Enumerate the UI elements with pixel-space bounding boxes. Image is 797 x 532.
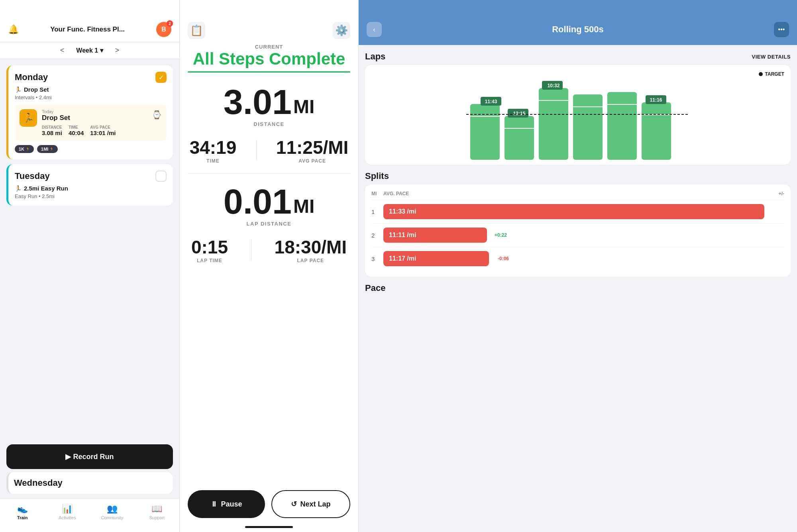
next-lap-button[interactable]: ↺ Next Lap	[271, 490, 350, 518]
monday-card: Monday ✓ 🏃 Drop Set Intervals • 2.4mi 🏃 …	[6, 65, 173, 159]
plan-content: Monday ✓ 🏃 Drop Set Intervals • 2.4mi 🏃 …	[0, 59, 179, 444]
progress-bar	[188, 71, 350, 73]
current-label: CURRENT	[180, 44, 358, 50]
stat-distance: DISTANCE 3.08 mi	[42, 125, 62, 136]
split-pace-bar-1: 11:33 /mi	[383, 204, 764, 219]
activities-nav-icon: 📊	[62, 504, 73, 514]
back-button[interactable]: ‹	[367, 22, 382, 37]
split-mi-2: 2	[371, 232, 383, 239]
stat-pace-label: AVG PACE	[90, 125, 116, 130]
tuesday-workout-row: 🏃 2.5mi Easy Run	[15, 185, 167, 192]
run-icon: 🏃	[15, 86, 22, 93]
split-mi-1: 1	[371, 208, 383, 215]
distance-label: DISTANCE	[180, 121, 358, 127]
time-pace-metrics: 34:19 TIME 11:25/MI AVG PACE	[180, 137, 358, 164]
week-navigation: < Week 1 ▾ >	[0, 42, 179, 59]
more-options-button[interactable]: •••	[774, 22, 789, 37]
panel-run-tracking: 📋 ⚙️ CURRENT All Steps Complete 3.01 MI …	[179, 0, 359, 532]
target-label: TARGET	[765, 71, 784, 77]
avatar-badge[interactable]: B 2	[156, 22, 171, 37]
nav-item-activities[interactable]: 📊 Activities	[53, 504, 81, 520]
nav-item-train[interactable]: 👟 Train	[8, 504, 36, 520]
lap-distance-metric: 0.01 MI	[180, 184, 358, 219]
svg-text:11:43: 11:43	[485, 99, 497, 104]
monday-checkbox[interactable]: ✓	[155, 72, 167, 83]
view-details-link[interactable]: VIEW DETAILS	[752, 54, 791, 60]
svg-rect-1	[470, 116, 500, 117]
lap-distance-value-display: 0.01 MI	[180, 184, 358, 219]
svg-rect-16	[642, 102, 671, 160]
tuesday-checkbox[interactable]	[155, 171, 167, 182]
all-steps-complete-title: All Steps Complete	[180, 50, 358, 68]
panel-training: 🔔 Your Func. Fitness Pl... B 2 < Week 1 …	[0, 0, 179, 532]
avg-pace-metric: 11:25/MI AVG PACE	[276, 137, 349, 164]
next-week-button[interactable]: >	[115, 46, 120, 55]
train-nav-icon: 👟	[17, 504, 28, 514]
split-diff-2: +0:22	[487, 232, 507, 238]
svg-rect-13	[573, 106, 603, 107]
panel3-header: ‹ Rolling 500s •••	[359, 0, 797, 45]
prev-week-button[interactable]: <	[60, 46, 65, 55]
svg-rect-12	[573, 94, 603, 160]
lap-time-pace-metrics: 0:15 LAP TIME 18:30/MI LAP PACE	[180, 236, 358, 263]
split-mi-3: 3	[371, 255, 383, 262]
svg-text:11:16: 11:16	[650, 97, 662, 103]
home-indicator	[245, 526, 293, 528]
tuesday-card: Tuesday 🏃 2.5mi Easy Run Easy Run • 2.5m…	[6, 164, 173, 206]
col-header-diff: +/-	[764, 191, 784, 196]
pause-button[interactable]: ⏸ Pause	[188, 490, 265, 518]
more-icon: •••	[778, 26, 785, 33]
badge-1mi: 1MI 🏃	[37, 145, 58, 153]
monday-workout-name: Drop Set	[24, 86, 49, 93]
clipboard-icon[interactable]: 📋	[188, 22, 205, 39]
bell-icon[interactable]: 🔔	[8, 24, 19, 35]
stat-pace-value: 13:01 /mi	[90, 130, 116, 136]
tuesday-header: Tuesday	[15, 171, 167, 182]
record-run-button[interactable]: ▶ Record Run	[6, 444, 173, 469]
plan-title: Your Func. Fitness Pl...	[19, 26, 156, 33]
svg-rect-15	[607, 104, 637, 105]
tuesday-day-name: Tuesday	[15, 171, 50, 181]
col-header-mi: MI	[371, 191, 383, 196]
section-divider	[188, 173, 350, 174]
today-workout-card[interactable]: 🏃 Today Drop Set DISTANCE 3.08 mi TIME 4…	[15, 104, 167, 141]
vertical-divider	[256, 140, 257, 161]
splits-section: Splits MI AVG. PACE +/- 1 11:33 /mi	[365, 171, 791, 277]
laps-title: Laps	[365, 51, 385, 62]
badge-1k: 1K 🏃	[15, 145, 34, 153]
split-row-1: 1 11:33 /mi	[371, 200, 784, 224]
avg-pace-label: AVG PACE	[276, 158, 349, 164]
panel-rolling-500s: ‹ Rolling 500s ••• Laps VIEW DETAILS TAR…	[359, 0, 797, 532]
lap-pace-label: LAP PACE	[275, 258, 347, 263]
monday-header: Monday ✓	[15, 72, 167, 83]
svg-rect-9	[539, 100, 568, 101]
stat-time-label: TIME	[69, 125, 84, 130]
settings-icon[interactable]: ⚙️	[333, 22, 350, 39]
split-row-3: 3 11:17 /mi -0:06	[371, 247, 784, 270]
stat-time: TIME 40:04	[69, 125, 84, 136]
nav-item-community[interactable]: 👥 Community	[98, 504, 126, 520]
lap-time-value: 0:15	[191, 236, 228, 258]
monday-workout-row: 🏃 Drop Set	[15, 86, 167, 93]
action-buttons: ⏸ Pause ↺ Next Lap	[180, 490, 358, 518]
distance-metric: 3.01 MI	[180, 84, 358, 120]
distance-value-display: 3.01 MI	[180, 84, 358, 120]
stats-row: DISTANCE 3.08 mi TIME 40:04 AVG PACE 13:…	[42, 125, 147, 136]
col-header-pace: AVG. PACE	[383, 191, 764, 196]
laps-section-header: Laps VIEW DETAILS	[365, 51, 791, 62]
community-nav-icon: 👥	[107, 504, 118, 514]
pause-icon: ⏸	[210, 500, 218, 508]
panel3-title: Rolling 500s	[552, 24, 604, 35]
svg-rect-14	[607, 92, 637, 160]
laps-section: Laps VIEW DETAILS TARGET 11:43	[365, 51, 791, 165]
target-legend: TARGET	[371, 71, 784, 77]
split-pace-bar-3: 11:17 /mi	[383, 251, 489, 266]
nav-label-community: Community	[101, 515, 123, 520]
split-row-2: 2 11:11 /mi +0:22	[371, 224, 784, 247]
time-label: TIME	[190, 158, 237, 164]
svg-rect-4	[505, 116, 534, 160]
nav-item-support[interactable]: 📖 Support	[143, 504, 171, 520]
pace-title: Pace	[365, 283, 385, 293]
lap-time-label: LAP TIME	[191, 258, 228, 263]
laps-chart: 11:43 12:15 10:32	[371, 80, 784, 160]
